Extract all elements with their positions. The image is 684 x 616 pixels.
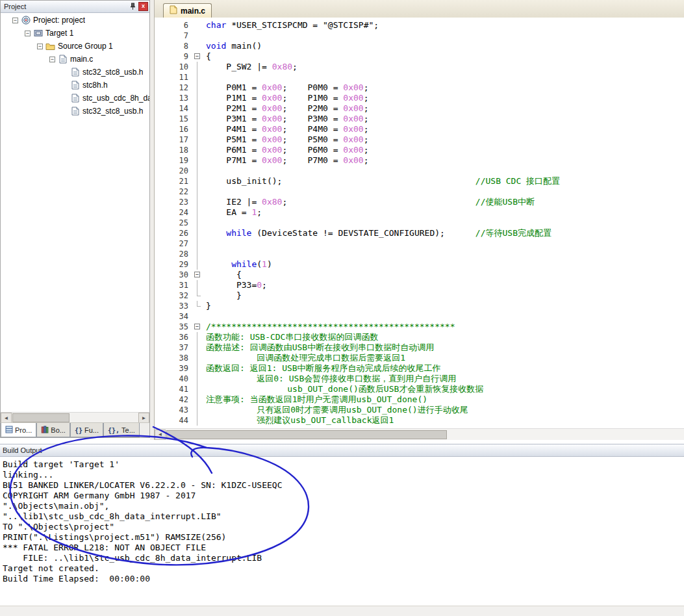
- pin-icon[interactable]: [129, 3, 137, 11]
- code-text: P3M1 = 0x00; P3M0 = 0x00;: [202, 114, 368, 124]
- token-pl: (: [257, 259, 262, 269]
- fold-collapse-icon[interactable]: [193, 270, 202, 280]
- scroll-left-arrow-icon[interactable]: ◄: [1, 413, 12, 423]
- tree-item-stc32-stc8-usb-h[interactable]: stc32_stc8_usb.h: [1, 66, 149, 79]
- expander-minus-icon[interactable]: −: [49, 57, 55, 62]
- output-line: "..\lib1\stc_usb_cdc_8h_data_interrupt.L…: [3, 511, 684, 522]
- panel-tab-functions[interactable]: {}Fu...: [70, 423, 103, 437]
- code-line[interactable]: 32 }: [155, 290, 684, 301]
- token-num: 1: [262, 259, 267, 269]
- tab-main-c[interactable]: main.c: [163, 3, 212, 18]
- line-number: 31: [155, 280, 193, 290]
- code-line[interactable]: 16 P4M1 = 0x00; P4M0 = 0x00;: [155, 124, 684, 135]
- code-line[interactable]: 15 P3M1 = 0x00; P3M0 = 0x00;: [155, 114, 684, 124]
- tree-item-stc8h-h[interactable]: stc8h.h: [1, 79, 149, 92]
- line-number: 25: [155, 218, 193, 228]
- fold-guide: [193, 415, 202, 426]
- code-line[interactable]: 38 回调函数处理完成串口数据后需要返回1: [155, 353, 684, 363]
- close-icon[interactable]: x: [138, 2, 148, 11]
- code-line[interactable]: 14 P2M1 = 0x00; P2M0 = 0x00;: [155, 103, 684, 114]
- code-line[interactable]: 30 {: [155, 270, 684, 280]
- code-line[interactable]: 44 强烈建议usb_OUT_callback返回1: [155, 415, 684, 426]
- code-line[interactable]: 35/*************************************…: [155, 322, 684, 332]
- editor-horizontal-scrollbar[interactable]: ◄: [155, 428, 684, 440]
- code-line[interactable]: 11: [155, 72, 684, 83]
- panel-tab-templates[interactable]: {},Te...: [103, 423, 140, 437]
- token-num: 0x00: [262, 114, 282, 123]
- project-target-icon: [21, 16, 31, 25]
- code-editor[interactable]: 6char *USER_STCISPCMD = "@STCISP#";78voi…: [155, 18, 684, 429]
- line-number: 23: [155, 197, 193, 207]
- scroll-thumb[interactable]: [166, 430, 447, 439]
- scroll-right-arrow-icon[interactable]: ►: [138, 413, 149, 423]
- code-line[interactable]: 12 P0M1 = 0x00; P0M0 = 0x00;: [155, 83, 684, 93]
- code-line[interactable]: 26 while (DeviceState != DEVSTATE_CONFIG…: [155, 228, 684, 238]
- tree-item-label: Source Group 1: [58, 42, 113, 51]
- spacing: [287, 197, 475, 207]
- code-line[interactable]: 27: [155, 238, 684, 249]
- tree-item-project-root[interactable]: −Project: project: [1, 14, 149, 27]
- code-line[interactable]: 19 P7M1 = 0x00; P7M0 = 0x00;: [155, 155, 684, 166]
- panel-tab-books[interactable]: Bo...: [36, 423, 70, 437]
- code-line[interactable]: 41 usb_OUT_done()函数后USB才会重新恢复接收数据: [155, 384, 684, 394]
- fold-guide: [193, 332, 202, 342]
- build-output-header: Build Output: [0, 444, 684, 457]
- code-line[interactable]: 33}: [155, 301, 684, 311]
- code-line[interactable]: 39函数返回: 返回1: USB中断服务程序自动完成后续的收尾工作: [155, 363, 684, 374]
- code-text: 只有返回0时才需要调用usb_OUT_done()进行手动收尾: [202, 405, 468, 415]
- token-pl: ;: [364, 155, 369, 165]
- code-line[interactable]: 29 while(1): [155, 259, 684, 270]
- code-line[interactable]: 8void main(): [155, 41, 684, 51]
- code-line[interactable]: 7: [155, 31, 684, 41]
- code-line[interactable]: 31 P33=0;: [155, 280, 684, 290]
- line-number: 28: [155, 249, 193, 259]
- line-number: 14: [155, 103, 193, 114]
- token-cmt: 函数返回: 返回1: USB中断服务程序自动完成后续的收尾工作: [206, 363, 441, 373]
- code-line[interactable]: 17 P5M1 = 0x00; P5M0 = 0x00;: [155, 135, 684, 145]
- code-line[interactable]: 23 IE2 |= 0x80; //使能USB中断: [155, 197, 684, 207]
- code-line[interactable]: 37函数描述: 回调函数由USB中断在接收到串口数据时自动调用: [155, 342, 684, 353]
- fold-collapse-icon[interactable]: [193, 322, 202, 332]
- tree-item-stc32-stc8-usb-h2[interactable]: stc32_stc8_usb.h: [1, 105, 149, 118]
- fold-collapse-icon[interactable]: [193, 51, 202, 62]
- tree-item-target-1[interactable]: −Target 1: [1, 27, 149, 40]
- code-text: {: [202, 51, 211, 62]
- fold-guide: [193, 342, 202, 353]
- code-line[interactable]: 9{: [155, 51, 684, 62]
- project-horizontal-scrollbar[interactable]: ◄ ►: [1, 412, 149, 423]
- tree-item-source-group-1[interactable]: −Source Group 1: [1, 40, 149, 53]
- tab-label: main.c: [181, 6, 205, 16]
- code-line[interactable]: 18 P6M1 = 0x00; P6M0 = 0x00;: [155, 145, 684, 155]
- code-line[interactable]: 21 usb_init(); //USB CDC 接口配置: [155, 176, 684, 186]
- code-line[interactable]: 28: [155, 249, 684, 259]
- code-line[interactable]: 22: [155, 186, 684, 197]
- spacing: [287, 83, 307, 92]
- expander-minus-icon[interactable]: −: [37, 44, 43, 49]
- build-output-text[interactable]: Build target 'Target 1'linking...BL51 BA…: [0, 457, 684, 584]
- token-num: 0x00: [343, 124, 363, 134]
- panel-tab-project[interactable]: Pro...: [1, 423, 36, 437]
- code-line[interactable]: 40 返回0: USB会暂停接收串口数据，直到用户自行调用: [155, 374, 684, 384]
- code-line[interactable]: 20: [155, 166, 684, 176]
- scroll-left-arrow-icon[interactable]: ◄: [155, 430, 166, 440]
- tree-item-stc-usb-cdc-8h[interactable]: stc_usb_cdc_8h_data: [1, 92, 149, 105]
- code-text: }: [202, 290, 242, 301]
- code-text: P4M1 = 0x00; P4M0 = 0x00;: [202, 124, 368, 135]
- code-line[interactable]: 6char *USER_STCISPCMD = "@STCISP#";: [155, 20, 684, 31]
- token-num: 0x00: [262, 83, 282, 92]
- code-line[interactable]: 24 EA = 1;: [155, 207, 684, 218]
- fold-guide: [193, 311, 202, 322]
- code-line[interactable]: 43 只有返回0时才需要调用usb_OUT_done()进行手动收尾: [155, 405, 684, 415]
- code-line[interactable]: 42注意事项: 当函数返回1时用户无需调用usb_OUT_done(): [155, 394, 684, 405]
- scroll-thumb[interactable]: [12, 413, 70, 422]
- code-line[interactable]: 10 P_SW2 |= 0x80;: [155, 62, 684, 72]
- line-number: 27: [155, 238, 193, 249]
- code-line[interactable]: 13 P1M1 = 0x00; P1M0 = 0x00;: [155, 93, 684, 103]
- expander-minus-icon[interactable]: −: [25, 31, 31, 36]
- code-line[interactable]: 34: [155, 311, 684, 322]
- code-line[interactable]: 36函数功能: USB-CDC串口接收数据的回调函数: [155, 332, 684, 342]
- tree-item-main-c[interactable]: −main.c: [1, 53, 149, 66]
- expander-minus-icon[interactable]: −: [12, 18, 18, 23]
- fold-guide: [193, 290, 202, 301]
- code-line[interactable]: 25: [155, 218, 684, 228]
